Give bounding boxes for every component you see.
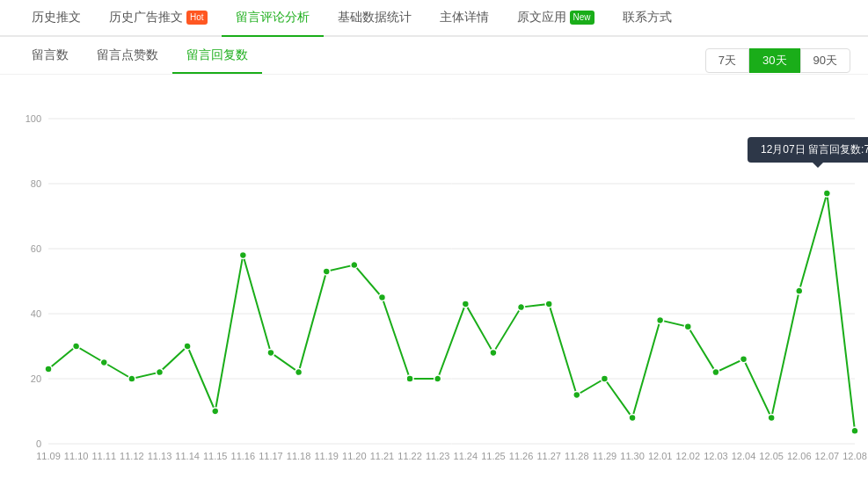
time-btn-90天[interactable]: 90天: [800, 48, 850, 73]
nav-badge-new: New: [570, 11, 594, 25]
chart-container: 12月07日 留言回复数:77: [0, 75, 868, 478]
nav-item-历史推文[interactable]: 历史推文: [18, 0, 95, 36]
time-btn-7天[interactable]: 7天: [705, 48, 749, 73]
sub-tab-留言数[interactable]: 留言数: [18, 47, 83, 74]
sub-tabs-bar: 留言数留言点赞数留言回复数 7天30天90天: [0, 37, 868, 75]
time-btn-30天[interactable]: 30天: [749, 48, 799, 73]
sub-tab-留言回复数[interactable]: 留言回复数: [172, 47, 262, 74]
sub-tab-留言点赞数[interactable]: 留言点赞数: [83, 47, 172, 74]
nav-badge-hot: Hot: [186, 11, 208, 25]
sub-tabs-left: 留言数留言点赞数留言回复数: [18, 47, 262, 74]
nav-item-历史广告推文[interactable]: 历史广告推文Hot: [95, 0, 222, 36]
nav-item-原文应用[interactable]: 原文应用New: [503, 0, 609, 36]
top-nav: 历史推文历史广告推文Hot留言评论分析基础数据统计主体详情原文应用New联系方式: [0, 0, 868, 37]
line-chart: [9, 92, 868, 478]
nav-item-主体详情[interactable]: 主体详情: [426, 0, 503, 36]
nav-item-基础数据统计[interactable]: 基础数据统计: [324, 0, 426, 36]
time-buttons: 7天30天90天: [705, 48, 850, 73]
nav-item-留言评论分析[interactable]: 留言评论分析: [222, 0, 324, 37]
nav-item-联系方式[interactable]: 联系方式: [609, 0, 686, 36]
